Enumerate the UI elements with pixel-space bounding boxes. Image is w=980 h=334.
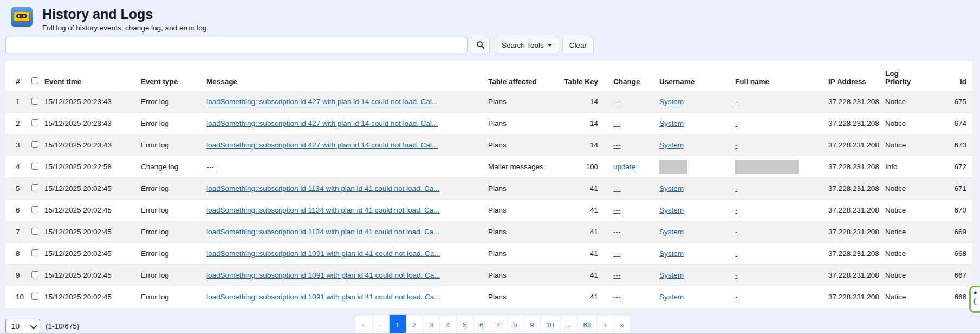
username-link[interactable]: System — [659, 206, 684, 214]
pagination-item[interactable]: ... — [560, 315, 577, 334]
table-row: 8 15/12/2025 20:02:45 Error log loadSome… — [5, 243, 972, 265]
fullname-link[interactable]: - — [735, 249, 738, 258]
change-link[interactable]: --- — [613, 249, 621, 258]
change-link[interactable]: --- — [613, 184, 621, 192]
message-link[interactable]: loadSomething::subscription id 1134 with… — [206, 184, 440, 192]
id-cell: 672 — [934, 156, 972, 178]
pagination-item[interactable]: 6 — [473, 315, 490, 334]
pagination-item[interactable]: 2 — [406, 315, 423, 334]
pagination-item[interactable]: 10 — [540, 315, 560, 334]
pagination-item[interactable]: » — [613, 315, 630, 334]
message-link[interactable]: loadSomething::subscription id 427 with … — [206, 141, 438, 149]
row-checkbox[interactable] — [31, 206, 38, 213]
table-row: 3 15/12/2025 20:23:43 Error log loadSome… — [5, 134, 972, 156]
row-checkbox[interactable] — [31, 119, 38, 126]
event-type-cell: Error log — [141, 91, 206, 113]
message-link[interactable]: loadSomething::subscription id 1134 with… — [206, 206, 440, 214]
header-ip-address: IP Address — [828, 61, 885, 91]
event-type-cell: Error log — [141, 200, 206, 221]
pagination-item[interactable]: 8 — [507, 315, 523, 334]
row-checkbox[interactable] — [31, 163, 38, 170]
table-row: 5 15/12/2025 20:02:45 Error log loadSome… — [5, 178, 972, 200]
pagination-item[interactable]: › — [596, 315, 613, 334]
search-input[interactable] — [5, 37, 468, 53]
pagination-item[interactable]: 7 — [490, 315, 507, 334]
log-priority-cell: Notice — [885, 91, 934, 113]
fullname-link[interactable]: - — [735, 228, 738, 236]
id-cell: 673 — [934, 134, 972, 156]
ip-address-cell: 37.228.231.208 — [828, 156, 885, 178]
table-header-row: # Event time Event type Message Table af… — [5, 61, 972, 91]
username-link[interactable]: System — [659, 98, 684, 106]
event-time-cell: 15/12/2025 20:02:45 — [44, 286, 141, 308]
log-priority-cell: Notice — [885, 200, 934, 221]
row-checkbox[interactable] — [31, 249, 38, 256]
message-link[interactable]: loadSomething::subscription id 1091 with… — [206, 249, 440, 258]
change-link[interactable]: --- — [613, 271, 621, 279]
pagination-item[interactable]: 3 — [423, 315, 439, 334]
row-checkbox[interactable] — [31, 184, 38, 191]
username-link[interactable]: System — [659, 293, 684, 301]
pagination-item: « — [355, 315, 372, 334]
change-link[interactable]: update — [613, 163, 635, 171]
pagination-item[interactable]: 5 — [456, 315, 473, 334]
page-size-select[interactable]: 10 — [5, 319, 40, 334]
row-checkbox[interactable] — [31, 293, 38, 300]
pagination-item[interactable]: 9 — [523, 315, 540, 334]
fullname-link[interactable]: - — [735, 293, 738, 301]
username-link[interactable]: System — [659, 141, 684, 149]
message-link[interactable]: loadSomething::subscription id 427 with … — [206, 98, 438, 106]
row-checkbox[interactable] — [31, 141, 38, 148]
pagination-item[interactable]: 4 — [439, 315, 456, 334]
change-link[interactable]: --- — [613, 293, 621, 301]
message-link[interactable]: loadSomething::subscription id 1091 with… — [206, 271, 440, 279]
event-time-cell: 15/12/2025 20:02:45 — [44, 221, 141, 243]
username-link[interactable]: System — [659, 228, 684, 236]
username-link[interactable]: System — [659, 184, 684, 192]
select-all-checkbox[interactable] — [31, 77, 38, 84]
page-subtitle: Full log of history events, change log, … — [42, 24, 980, 32]
username-link[interactable]: System — [659, 119, 684, 127]
result-range-label: (1-10/675) — [46, 322, 79, 330]
clear-button[interactable]: Clear — [562, 37, 594, 53]
pagination-item[interactable]: 68 — [577, 315, 596, 334]
change-link[interactable]: --- — [613, 141, 621, 149]
fullname-link[interactable]: - — [735, 98, 738, 106]
change-link[interactable]: --- — [613, 206, 621, 214]
row-number: 3 — [5, 134, 31, 156]
id-cell: 668 — [934, 243, 972, 265]
row-number: 9 — [5, 265, 31, 286]
row-number: 2 — [5, 113, 31, 134]
caret-down-icon — [548, 44, 552, 47]
row-number: 4 — [5, 156, 31, 178]
fullname-link[interactable]: - — [735, 206, 738, 214]
table-affected-cell: Plans — [488, 134, 564, 156]
fullname-link[interactable]: - — [735, 271, 738, 279]
fullname-link[interactable]: - — [735, 141, 738, 149]
search-tools-button[interactable]: Search Tools — [495, 37, 559, 53]
row-checkbox[interactable] — [31, 271, 38, 278]
message-link[interactable]: --- — [206, 163, 214, 171]
ip-address-cell: 37.228.231.208 — [828, 178, 885, 200]
message-link[interactable]: loadSomething::subscription id 1091 with… — [206, 293, 440, 301]
row-checkbox[interactable] — [31, 98, 38, 105]
table-key-cell: 41 — [564, 178, 600, 200]
change-link[interactable]: --- — [613, 98, 621, 106]
log-priority-cell: Notice — [885, 113, 934, 134]
ip-address-cell: 37.228.231.208 — [828, 91, 885, 113]
fullname-link[interactable]: - — [735, 184, 738, 192]
message-link[interactable]: loadSomething::subscription id 1134 with… — [206, 228, 440, 236]
search-button[interactable] — [471, 37, 490, 53]
table-affected-cell: Plans — [488, 286, 564, 308]
username-link[interactable]: System — [659, 249, 684, 258]
magnifier-icon — [476, 41, 485, 49]
change-link[interactable]: --- — [613, 119, 621, 127]
change-link[interactable]: --- — [613, 228, 621, 236]
table-affected-cell: Plans — [488, 91, 564, 113]
pagination-item[interactable]: 1 — [389, 315, 406, 334]
clipped-edge-widget[interactable]: ● ( — [969, 286, 980, 313]
message-link[interactable]: loadSomething::subscription id 427 with … — [206, 119, 438, 127]
row-checkbox[interactable] — [31, 228, 38, 235]
username-link[interactable]: System — [659, 271, 684, 279]
fullname-link[interactable]: - — [735, 119, 738, 127]
